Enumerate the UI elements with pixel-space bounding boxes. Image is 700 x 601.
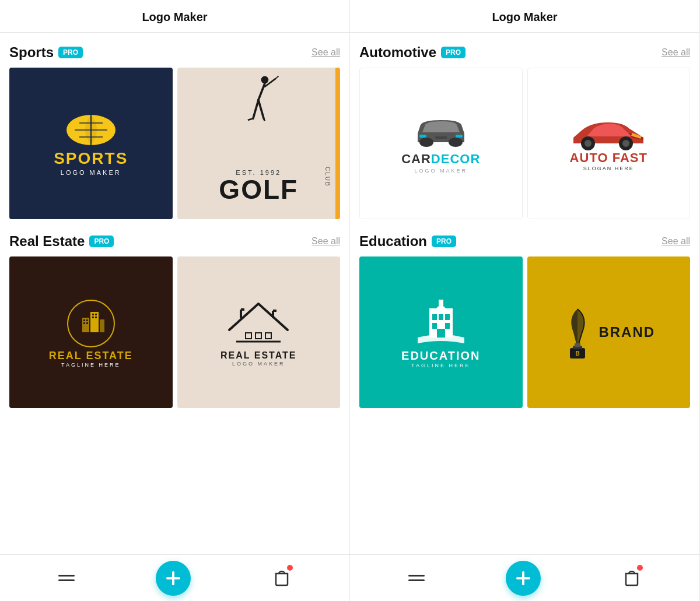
left-add-button[interactable] [156,561,191,596]
menu-line-1 [58,575,75,577]
right-panel-header: Logo Maker [350,0,699,33]
sports-car-icon [570,115,646,150]
svg-rect-50 [439,314,443,320]
svg-rect-14 [82,318,89,332]
re-logo-grid: REAL ESTATE TAGLINE HERE [9,256,340,408]
svg-rect-30 [246,333,251,339]
left-panel-header: Logo Maker [0,0,349,33]
education-section: Education PRO See all [359,233,690,408]
svg-point-35 [419,138,433,147]
svg-point-36 [449,138,463,147]
svg-rect-48 [432,323,437,329]
svg-text:B: B [576,350,580,357]
auto-fast-main: AUTO FAST [570,150,648,166]
sports-section: Sports PRO See all [9,44,340,219]
edu-see-all[interactable]: See all [662,236,690,247]
svg-rect-23 [92,317,94,318]
right-menu-icon[interactable] [408,575,425,581]
auto-title: Automotive [359,44,436,61]
left-panel-content: Sports PRO See all [0,33,349,554]
sports-card-main-text: SPORTS [54,149,128,168]
feather-ink-icon: B [562,306,594,359]
svg-point-43 [622,140,629,147]
sports-see-all[interactable]: See all [312,47,340,58]
svg-rect-18 [86,319,88,321]
auto-fast-sub: SLOGAN HERE [583,166,634,171]
right-panel-content: Automotive PRO See all [350,33,699,554]
edu-section-header: Education PRO See all [359,233,690,249]
right-menu-line-2 [408,579,425,581]
re-card-1-sub: TAGLINE HERE [61,362,120,368]
re-card-2[interactable]: REAL ESTATE LOGO MAKER [177,256,341,408]
right-add-button[interactable] [506,561,541,596]
sports-pro-badge: PRO [58,47,83,58]
orange-bar [335,68,340,219]
re-title: Real Estate [9,233,85,249]
edu-card-2[interactable]: B BRAND [527,256,691,408]
auto-card-2[interactable]: AUTO FAST SLOGAN HERE [527,68,691,219]
svg-rect-46 [432,314,437,320]
re-card-1[interactable]: REAL ESTATE TAGLINE HERE [9,256,173,408]
edu-card-1-main: EDUCATION [401,349,480,363]
svg-rect-31 [256,333,261,339]
left-menu-icon[interactable] [58,575,75,581]
auto-pro-badge: PRO [441,47,466,58]
right-bottom-nav [350,554,699,601]
sports-card-1[interactable]: SPORTS LOGO MAKER [9,68,173,219]
svg-point-5 [261,76,269,84]
svg-line-6 [258,83,265,100]
svg-rect-49 [445,323,450,329]
svg-line-9 [253,100,258,118]
sports-card-sub-text: LOGO MAKER [61,169,121,176]
svg-rect-16 [100,319,104,332]
right-panel: Logo Maker Automotive PRO See all [350,0,700,601]
re-card-1-main: REAL ESTATE [49,350,133,362]
svg-rect-21 [92,314,94,315]
edu-title-group: Education PRO [359,233,456,249]
car-decor-decor: DECOR [431,152,480,166]
building-circle-icon [65,297,117,350]
edu-title: Education [359,233,427,249]
svg-rect-38 [456,135,463,138]
auto-see-all[interactable]: See all [662,47,690,58]
svg-line-10 [258,100,264,118]
right-menu-line-1 [408,575,425,577]
edu-card-1-sub: TAGLINE HERE [411,363,470,368]
svg-rect-51 [437,329,445,338]
left-bag-icon[interactable] [272,567,291,590]
house-icon [223,298,293,350]
svg-rect-17 [83,319,85,321]
edu-logo-grid: EDUCATION TAGLINE HERE [359,256,690,408]
football-icon [62,111,120,149]
re-see-all[interactable]: See all [312,236,340,247]
svg-rect-45 [439,300,443,308]
sports-title-group: Sports PRO [9,44,83,61]
re-section-header: Real Estate PRO See all [9,233,340,249]
right-bag-icon[interactable] [622,567,641,590]
golf-main-text: GOLF [219,176,298,203]
svg-line-12 [264,118,265,121]
sports-logo-grid: SPORTS LOGO MAKER [9,68,340,219]
svg-line-8 [275,76,278,79]
re-card-2-main: REAL ESTATE [220,350,296,361]
re-title-group: Real Estate PRO [9,233,114,249]
re-pro-badge: PRO [89,236,114,247]
right-plus-icon [514,569,533,588]
svg-rect-24 [95,317,97,318]
right-bag-notification-dot [637,565,643,571]
menu-line-2 [58,579,75,581]
education-building-icon [412,297,470,349]
auto-title-group: Automotive PRO [359,44,466,61]
svg-rect-20 [86,322,88,324]
auto-card-1[interactable]: CARDECOR LOGO MAKER [359,68,523,219]
bag-notification-dot [287,565,293,571]
sports-card-2[interactable]: EST. 1992 GOLF CLUB [177,68,341,219]
edu-card-1[interactable]: EDUCATION TAGLINE HERE [359,256,523,408]
automotive-section: Automotive PRO See all [359,44,690,219]
real-estate-section: Real Estate PRO See all [9,233,340,408]
svg-point-41 [584,140,592,147]
edu-pro-badge: PRO [432,236,456,247]
plus-icon [164,569,183,588]
auto-section-header: Automotive PRO See all [359,44,690,61]
sports-title: Sports [9,44,54,61]
